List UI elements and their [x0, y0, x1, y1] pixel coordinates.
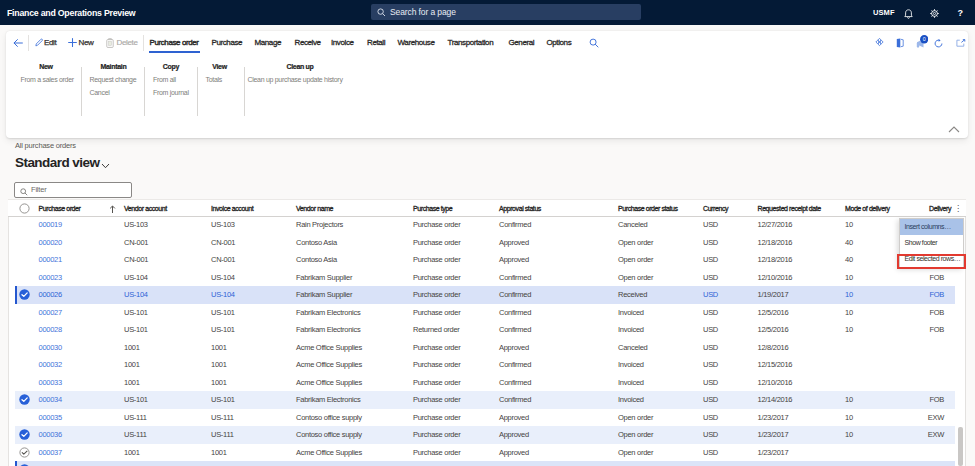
svg-text:0: 0 — [922, 36, 925, 42]
